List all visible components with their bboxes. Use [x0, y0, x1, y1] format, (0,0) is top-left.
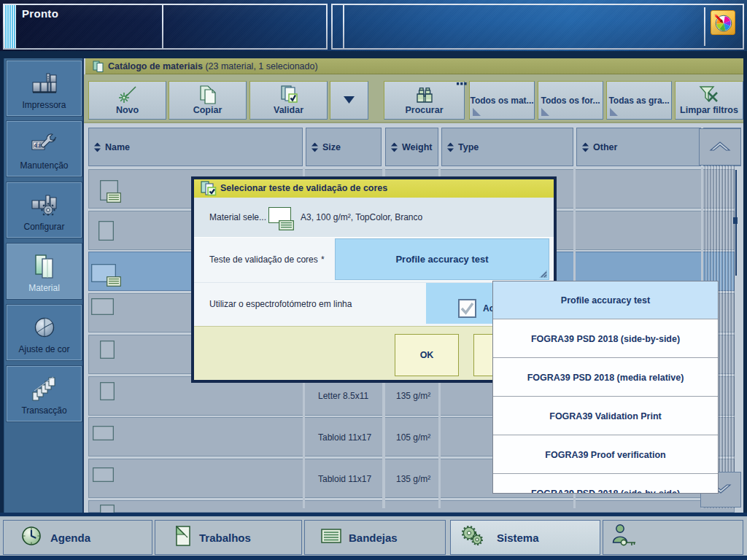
svg-text:4: 4: [34, 143, 36, 148]
svg-text:3: 3: [37, 143, 40, 148]
